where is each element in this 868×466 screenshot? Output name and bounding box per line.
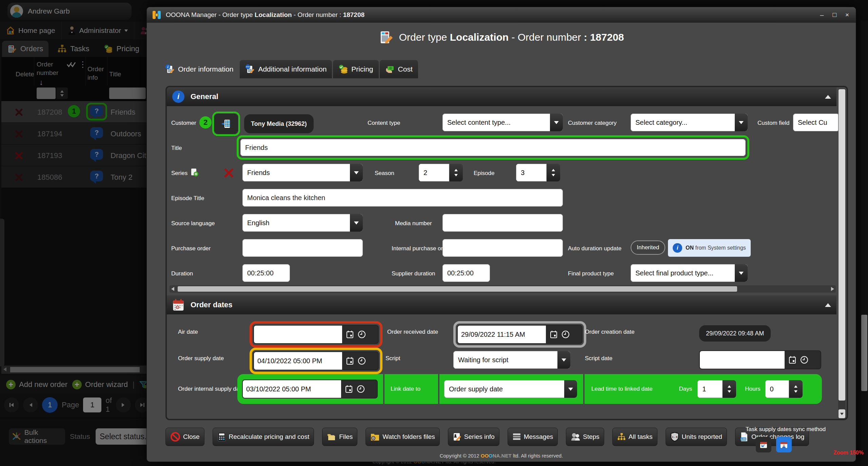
steps-button[interactable]: Steps [566, 428, 604, 446]
sync-calendar-user-button[interactable] [776, 437, 792, 452]
order-received-input[interactable]: 29/09/2022 11:15 AM [457, 325, 583, 344]
minimize-button[interactable]: – [820, 11, 824, 19]
clock-icon[interactable] [561, 330, 570, 338]
supplier-duration-input[interactable]: 00:25:00 [442, 264, 490, 282]
calendar-user-icon [780, 440, 788, 449]
dialog-content: i General Customer 2 Tony Media (32962) … [165, 86, 848, 420]
watch-folders-button[interactable]: Watch folders files [366, 428, 440, 446]
dialog-title: OOONA Manager - Order type Localization … [166, 11, 364, 19]
script-label: Script [386, 355, 400, 362]
steps-icon [571, 432, 580, 441]
duration-input[interactable]: 00:25:00 [242, 264, 290, 282]
watch-folder-icon [370, 432, 380, 441]
calendar-icon[interactable] [345, 385, 353, 393]
customer-category-select[interactable]: Select category... [631, 114, 748, 131]
clock-icon[interactable] [358, 330, 366, 338]
duration-label: Duration [171, 270, 193, 277]
additional-information-icon [245, 64, 255, 74]
days-stepper[interactable]: 1 [697, 380, 736, 398]
all-tasks-icon [617, 432, 626, 441]
annotation-outline-order-received: 29/09/2022 11:15 AM [453, 321, 586, 348]
window-controls: – □ × [820, 7, 849, 23]
media-number-input[interactable] [442, 214, 563, 232]
season-stepper[interactable]: 2 [419, 164, 463, 181]
zoom-indicator: Zoom 150% [833, 450, 864, 456]
maximize-button[interactable]: □ [832, 11, 836, 19]
order-dates-section-title: Order dates [191, 300, 233, 309]
dialog-footer-buttons: Close Recalculate pricing and cost Files… [165, 428, 809, 446]
hours-stepper[interactable]: 0 [765, 380, 803, 398]
calendar-icon[interactable] [550, 330, 557, 338]
dropdown-arrow-icon [564, 380, 577, 398]
close-forbidden-icon [170, 432, 180, 442]
order-supply-input[interactable]: 04/10/2022 05:00 PM [253, 351, 379, 370]
tab-cost[interactable]: Cost [380, 60, 418, 78]
order-creation-value: 29/09/2022 09:48 AM [699, 325, 771, 342]
episode-title-input[interactable]: Monica cleans the kitchen [242, 189, 563, 207]
scroll-right-icon[interactable] [831, 287, 834, 291]
folder-icon [327, 433, 336, 441]
link-date-select[interactable]: Order supply date [444, 380, 577, 398]
collapse-icon[interactable] [825, 95, 831, 99]
recalculate-button[interactable]: Recalculate pricing and cost [213, 428, 314, 446]
clear-series-icon[interactable] [224, 168, 234, 178]
content-horizontal-scrollbar[interactable] [170, 285, 836, 293]
auto-duration-label: Auto duration update [568, 245, 622, 252]
close-button[interactable]: × [845, 11, 849, 19]
scroll-thumb[interactable] [178, 286, 737, 292]
content-vertical-scrollbar[interactable] [838, 89, 846, 419]
tab-additional-information[interactable]: Additional information [240, 60, 332, 78]
scroll-thumb[interactable] [839, 89, 845, 401]
add-series-icon[interactable] [190, 168, 199, 177]
purchase-order-input[interactable] [242, 239, 363, 257]
units-reported-button[interactable]: 1 - 9 Units reported [666, 428, 727, 446]
dropdown-arrow-icon [350, 164, 363, 181]
script-date-input[interactable] [699, 350, 821, 369]
sync-calendar-button[interactable] [756, 437, 771, 452]
title-input[interactable]: Friends [240, 139, 746, 156]
calendar-icon[interactable] [346, 357, 354, 365]
annotation-outline-air-date [250, 321, 382, 348]
scroll-left-icon[interactable] [171, 287, 174, 291]
customer-label: Customer [171, 120, 196, 127]
clock-icon[interactable] [800, 356, 808, 364]
tab-pricing[interactable]: Pricing [333, 60, 378, 78]
stepper-arrows-icon [723, 380, 736, 398]
internal-supply-label: Order internal supply date [178, 386, 244, 392]
order-dates-section-header[interactable]: Order dates [167, 295, 836, 314]
all-tasks-button[interactable]: All tasks [612, 428, 657, 446]
internal-purchase-order-input[interactable] [442, 239, 563, 257]
scroll-down-button[interactable] [839, 409, 845, 418]
purchase-order-label: Purchase order [171, 245, 211, 252]
content-type-select[interactable]: Select content type... [442, 114, 563, 131]
clock-icon[interactable] [358, 357, 366, 365]
air-date-input[interactable] [253, 325, 379, 344]
dialog-copyright: Copyright © 2012 OOONA.NET ltd. All righ… [147, 453, 856, 459]
script-select[interactable]: Waiting for script [453, 351, 570, 369]
collapse-icon[interactable] [825, 303, 831, 307]
cost-icon [385, 64, 395, 74]
tab-order-information[interactable]: i Order information [160, 60, 239, 78]
task-sync-block: Task supply dates sync method [746, 426, 830, 452]
internal-supply-input[interactable]: 03/10/2022 05:00 PM [242, 380, 378, 399]
calendar-icon[interactable] [789, 356, 796, 364]
custom-field-select[interactable]: Select Cu [793, 114, 839, 131]
messages-button[interactable]: Messages [508, 428, 558, 446]
files-button[interactable]: Files [322, 428, 357, 446]
stepper-arrows-icon [449, 164, 463, 181]
close-button[interactable]: Close [165, 428, 204, 446]
source-language-select[interactable]: English [242, 214, 363, 232]
series-select[interactable]: Friends [242, 164, 363, 181]
customer-value-badge[interactable]: Tony Media (32962) [244, 114, 314, 133]
clock-icon[interactable] [357, 385, 365, 393]
general-section-header[interactable]: i General [167, 87, 836, 106]
order-icon [379, 30, 394, 45]
series-info-button[interactable]: Series info [448, 428, 499, 446]
source-language-label: Source language [171, 220, 215, 227]
script-date-label: Script date [585, 355, 612, 362]
episode-stepper[interactable]: 3 [516, 164, 560, 181]
pricing-icon [338, 64, 349, 74]
final-product-select[interactable]: Select final product type... [631, 264, 748, 282]
dialog-titlebar[interactable]: OOONA Manager - Order type Localization … [147, 7, 856, 23]
calendar-icon[interactable] [346, 330, 354, 338]
